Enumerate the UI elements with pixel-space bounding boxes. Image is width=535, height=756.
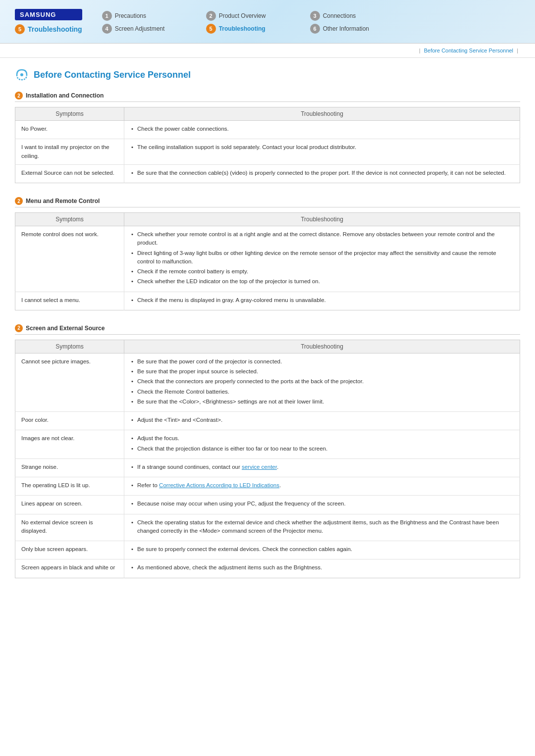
- list-item: As mentioned above, check the adjustment…: [130, 563, 514, 572]
- troubleshooting: As mentioned above, check the adjustment…: [124, 559, 520, 578]
- nav-label-troubleshooting: Troubleshooting: [219, 25, 266, 32]
- list-item: Be sure that the <Color>, <Brightness> s…: [130, 398, 514, 406]
- table-row: No Power. Check the power cable connecti…: [15, 121, 520, 139]
- list-item: Check that the projection distance is ei…: [130, 445, 514, 453]
- section-title-menu: Menu and Remote Control: [26, 198, 100, 204]
- nav-item-other-information[interactable]: 6 Other Information: [310, 24, 409, 34]
- symptom: Screen appears in black and white or: [15, 559, 124, 578]
- main-content: Before Contacting Service Personnel 2 In…: [0, 58, 535, 602]
- symptom: The operating LED is lit up.: [15, 477, 124, 496]
- col-symptoms-3: Symptoms: [15, 340, 124, 353]
- nav-label-connections: Connections: [323, 12, 356, 19]
- troubleshooting: The ceiling installation support is sold…: [124, 139, 520, 165]
- breadcrumb-bar: | Before Contacting Service Personnel |: [0, 44, 535, 58]
- table-row: Lines appear on screen. Because noise ma…: [15, 496, 520, 514]
- troubleshooting: Check whether your remote control is at …: [124, 226, 520, 292]
- troubleshooting: Refer to Corrective Actions According to…: [124, 477, 520, 496]
- list-item: Check the operating status for the exter…: [130, 518, 514, 536]
- table-row: Only blue screen appears. Be sure to pro…: [15, 541, 520, 559]
- nav-grid: 1 Precautions 2 Product Overview 3 Conne…: [102, 9, 409, 34]
- samsung-logo: SAMSUNG: [15, 9, 82, 20]
- menu-table: Symptoms Troubleshooting Remote control …: [15, 212, 520, 310]
- list-item: Check the Remote Control batteries.: [130, 388, 514, 396]
- symptom: Cannot see picture images.: [15, 353, 124, 411]
- section-icon-screen: 2: [15, 324, 23, 332]
- list-item: The ceiling installation support is sold…: [130, 143, 514, 151]
- page-title: Before Contacting Service Personnel: [34, 70, 191, 80]
- symptom: I cannot select a menu.: [15, 292, 124, 310]
- nav-item-precautions[interactable]: 1 Precautions: [102, 11, 201, 21]
- list-item: Adjust the focus.: [130, 434, 514, 443]
- nav-item-troubleshooting[interactable]: 5 Troubleshooting: [206, 24, 305, 34]
- breadcrumb-link[interactable]: Before Contacting Service Personnel: [424, 48, 513, 53]
- list-item: Because noise may occur when using your …: [130, 500, 514, 508]
- table-row: Poor color. Adjust the <Tint> and <Contr…: [15, 412, 520, 430]
- list-item: Check that the connectors are properly c…: [130, 377, 514, 386]
- table-row: External Source can not be selected. Be …: [15, 164, 520, 183]
- table-row: Screen appears in black and white or As …: [15, 559, 520, 578]
- col-symptoms-2: Symptoms: [15, 213, 124, 226]
- table-row: Remote control does not work. Check whet…: [15, 226, 520, 292]
- active-nav-item[interactable]: 5 Troubleshooting: [15, 24, 82, 34]
- section-menu: 2 Menu and Remote Control Symptoms Troub…: [15, 197, 520, 310]
- list-item: Be sure that the connection cable(s) (vi…: [130, 169, 514, 177]
- col-troubleshooting-2: Troubleshooting: [124, 213, 520, 226]
- table-row: I want to install my projector on the ce…: [15, 139, 520, 165]
- svg-point-0: [20, 73, 23, 76]
- col-troubleshooting-3: Troubleshooting: [124, 340, 520, 353]
- list-item: Check if the remote control battery is e…: [130, 267, 514, 276]
- list-item: Check if the menu is displayed in gray. …: [130, 296, 514, 304]
- installation-table: Symptoms Troubleshooting No Power. Check…: [15, 107, 520, 183]
- table-row: No external device screen is displayed. …: [15, 514, 520, 541]
- section-screen: 2 Screen and External Source Symptoms Tr…: [15, 324, 520, 578]
- led-actions-link[interactable]: Corrective Actions According to LED Indi…: [159, 482, 279, 488]
- list-item: Direct lighting of 3-way light bulbs or …: [130, 249, 514, 266]
- troubleshooting: Be sure to properly connect the external…: [124, 541, 520, 559]
- troubleshooting: Be sure that the connection cable(s) (vi…: [124, 164, 520, 183]
- section-header-screen: 2 Screen and External Source: [15, 324, 520, 335]
- troubleshooting: Be sure that the power cord of the proje…: [124, 353, 520, 411]
- section-icon-menu: 2: [15, 197, 23, 205]
- page-title-area: Before Contacting Service Personnel: [15, 68, 520, 82]
- nav-circle-6: 6: [310, 24, 320, 34]
- section-header-installation: 2 Installation and Connection: [15, 92, 520, 102]
- table-row: Cannot see picture images. Be sure that …: [15, 353, 520, 411]
- symptom: Strange noise.: [15, 458, 124, 477]
- symptom: No external device screen is displayed.: [15, 514, 124, 541]
- list-item: Adjust the <Tint> and <Contrast>.: [130, 416, 514, 424]
- breadcrumb-sep2: |: [517, 48, 518, 53]
- nav-circle-5: 5: [206, 24, 216, 34]
- nav-circle-2: 2: [206, 11, 216, 21]
- section-title-installation: Installation and Connection: [26, 92, 104, 99]
- table-row: I cannot select a menu. Check if the men…: [15, 292, 520, 310]
- nav-label-product-overview: Product Overview: [219, 12, 266, 19]
- header: SAMSUNG 5 Troubleshooting 1 Precautions …: [0, 0, 535, 44]
- nav-circle-4: 4: [102, 24, 112, 34]
- list-item: Refer to Corrective Actions According to…: [130, 481, 514, 490]
- symptom: Only blue screen appears.: [15, 541, 124, 559]
- symptom: Remote control does not work.: [15, 226, 124, 292]
- active-nav-label: Troubleshooting: [28, 25, 82, 33]
- nav-label-precautions: Precautions: [115, 12, 146, 19]
- troubleshooting: Check the operating status for the exter…: [124, 514, 520, 541]
- symptom: External Source can not be selected.: [15, 164, 124, 183]
- section-icon-installation: 2: [15, 92, 23, 100]
- symptom: Images are not clear.: [15, 430, 124, 459]
- nav-item-screen-adjustment[interactable]: 4 Screen Adjustment: [102, 24, 201, 34]
- list-item: Check whether the LED indicator on the t…: [130, 277, 514, 286]
- list-item: Be sure that the power cord of the proje…: [130, 357, 514, 366]
- nav-label-other-info: Other Information: [323, 25, 369, 32]
- troubleshooting: Check if the menu is displayed in gray. …: [124, 292, 520, 310]
- nav-label-screen-adjustment: Screen Adjustment: [115, 25, 165, 32]
- list-item: Be sure to properly connect the external…: [130, 545, 514, 554]
- symptom: No Power.: [15, 121, 124, 139]
- col-symptoms-1: Symptoms: [15, 107, 124, 121]
- troubleshooting: Because noise may occur when using your …: [124, 496, 520, 514]
- symptom: Poor color.: [15, 412, 124, 430]
- nav-item-connections[interactable]: 3 Connections: [310, 11, 409, 21]
- page-title-icon: [15, 68, 29, 82]
- nav-item-product-overview[interactable]: 2 Product Overview: [206, 11, 305, 21]
- nav-circle-3: 3: [310, 11, 320, 21]
- section-title-screen: Screen and External Source: [26, 325, 105, 332]
- service-center-link[interactable]: service center: [242, 464, 277, 470]
